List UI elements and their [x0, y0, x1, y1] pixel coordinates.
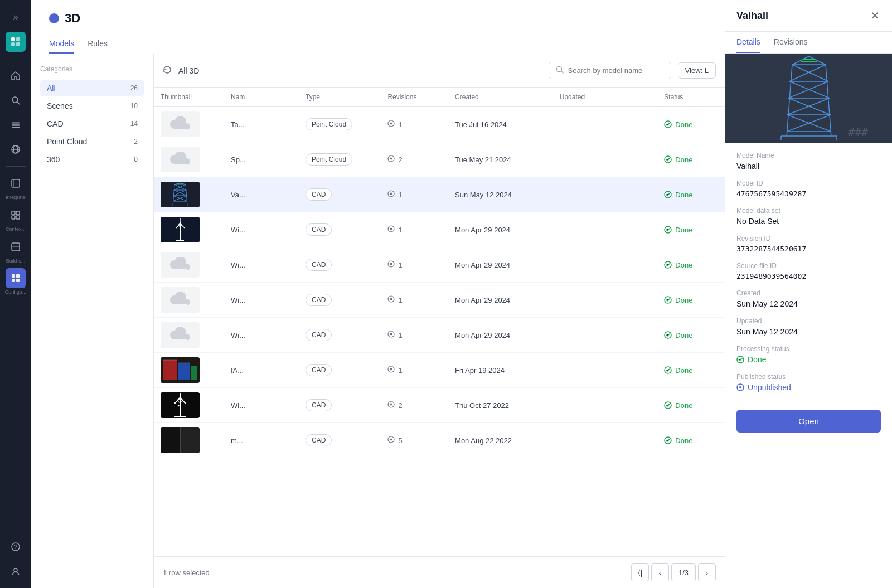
sidebar-icon-home[interactable]: [6, 66, 26, 86]
field-processing-status: Processing status Done: [736, 345, 881, 364]
cell-created: Tue May 21 2024: [448, 142, 553, 177]
detail-fields: Model Name Valhall Model ID 476756759543…: [725, 143, 892, 410]
type-badge: Point Cloud: [306, 153, 352, 166]
status-check-icon: [664, 436, 672, 444]
svg-point-33: [390, 158, 392, 160]
cell-revisions: 5: [381, 423, 448, 458]
table-row[interactable]: Va... CAD 1 Sun May 12 2024 Done: [154, 177, 725, 212]
table-row[interactable]: Ta... Point Cloud 1 Tue Jul 16 2024 Done: [154, 107, 725, 142]
status-indicator: Done: [664, 191, 718, 199]
processing-status-text: Done: [748, 355, 766, 364]
svg-point-52: [390, 193, 392, 195]
status-indicator: Done: [664, 120, 718, 129]
footer-selected-text: 1 row selected: [163, 568, 210, 577]
table-row[interactable]: Wi... CAD 1 Mon Apr 29 2024 Done: [154, 212, 725, 247]
cell-updated: [553, 388, 658, 423]
cell-thumbnail: [154, 247, 224, 283]
status-check-icon: [664, 296, 672, 304]
search-input[interactable]: [568, 66, 664, 75]
context-label: Contex...: [6, 226, 26, 232]
revision-count: 1: [398, 296, 402, 304]
category-item-pointcloud[interactable]: Point Cloud 2: [40, 133, 144, 150]
table-row[interactable]: Wi... CAD 1 Mon Apr 29 2024 Done: [154, 318, 725, 353]
svg-point-64: [390, 263, 392, 265]
type-badge: CAD: [306, 329, 332, 341]
open-button[interactable]: Open: [736, 410, 881, 433]
revision-count: 5: [398, 436, 402, 445]
svg-point-89: [390, 404, 392, 406]
field-created-label: Created: [736, 289, 881, 297]
detail-panel-close-button[interactable]: ✕: [869, 9, 881, 22]
pagination-next-button[interactable]: ›: [698, 563, 716, 581]
sidebar-icon-globe[interactable]: [6, 139, 26, 159]
table-header-row: Thumbnail Nam Type Revisions Created Upd…: [154, 88, 725, 107]
tab-models[interactable]: Models: [49, 35, 74, 54]
category-item-cad[interactable]: CAD 14: [40, 115, 144, 132]
sidebar-icon-context[interactable]: [6, 205, 26, 225]
tab-rules[interactable]: Rules: [88, 35, 108, 54]
svg-point-26: [14, 568, 17, 572]
cell-status: Done: [657, 142, 725, 177]
sidebar-icon-search[interactable]: [6, 90, 26, 110]
cell-created: Mon Apr 29 2024: [448, 212, 553, 247]
pagination-prev-button[interactable]: ‹: [651, 563, 669, 581]
field-model-dataset-label: Model data set: [736, 207, 881, 215]
table-row[interactable]: ✦ Wi... CAD 2 Thu Oct 27 2022 Done: [154, 388, 725, 423]
build-label: Build s...: [6, 258, 26, 264]
status-text: Done: [675, 155, 692, 164]
detail-tab-revisions[interactable]: Revisions: [774, 32, 808, 53]
cell-status: Done: [657, 318, 725, 353]
pagination-info: 1 / 3: [671, 563, 696, 581]
svg-rect-0: [11, 37, 15, 41]
revision-count: 2: [398, 401, 402, 410]
detail-panel: Valhall ✕ Details Revisions: [725, 0, 892, 588]
status-check-icon: [664, 226, 672, 234]
sidebar-icon-build[interactable]: [6, 237, 26, 257]
view-button[interactable]: View: L: [678, 62, 716, 79]
sidebar-expand-button[interactable]: »: [8, 7, 23, 27]
table-row[interactable]: m... CAD 5 Mon Aug 22 2022 Done: [154, 423, 725, 458]
cell-revisions: 1: [381, 247, 448, 283]
page-title-row: 3D: [49, 11, 707, 26]
models-area: All 3D View: L Thumbnai: [154, 54, 725, 588]
status-text: Done: [675, 191, 692, 199]
cell-type: CAD: [299, 423, 381, 458]
svg-rect-75: [191, 366, 197, 380]
table-row[interactable]: IA... CAD 1 Fri Apr 19 2024 Done: [154, 353, 725, 388]
sidebar-icon-user[interactable]: [6, 561, 26, 581]
field-model-dataset-value: No Data Set: [736, 217, 881, 226]
cell-revisions: 1: [381, 212, 448, 247]
table-row[interactable]: Wi... CAD 1 Mon Apr 29 2024 Done: [154, 283, 725, 318]
sidebar-icon-help[interactable]: ?: [6, 537, 26, 557]
sidebar-icon-integrate[interactable]: [6, 173, 26, 193]
table-row[interactable]: Wi... CAD 1 Mon Apr 29 2024 Done: [154, 247, 725, 283]
content-area: Categories All 26 Scenes 10 CAD 14 Point…: [31, 54, 725, 588]
status-indicator: Done: [664, 155, 718, 164]
field-source-file-id-label: Source file ID: [736, 262, 881, 270]
detail-tab-details[interactable]: Details: [736, 32, 760, 53]
sidebar-icon-app[interactable]: [6, 32, 26, 52]
pagination: ⟨| ‹ 1 / 3 ›: [631, 563, 716, 581]
cell-updated: [553, 353, 658, 388]
toolbar-refresh-icon: [163, 65, 172, 76]
category-item-scenes[interactable]: Scenes 10: [40, 98, 144, 114]
table-row[interactable]: Sp... Point Cloud 2 Tue May 21 2024 Done: [154, 142, 725, 177]
th-status: Status: [657, 88, 725, 107]
svg-rect-73: [163, 360, 177, 380]
cell-created: Mon Aug 22 2022: [448, 423, 553, 458]
categories-panel: Categories All 26 Scenes 10 CAD 14 Point…: [31, 54, 154, 588]
cell-name: Wi...: [224, 318, 299, 353]
cell-created: Tue Jul 16 2024: [448, 107, 553, 142]
cell-created: Mon Apr 29 2024: [448, 283, 553, 318]
category-item-360[interactable]: 360 0: [40, 151, 144, 168]
category-item-all[interactable]: All 26: [40, 80, 144, 96]
sidebar-icon-layers[interactable]: [6, 115, 26, 135]
status-text: Done: [675, 296, 692, 304]
cell-updated: [553, 107, 658, 142]
cell-status: Done: [657, 107, 725, 142]
detail-body: ### Model Name Valhall Model ID 47675675…: [725, 54, 892, 588]
sidebar-icon-config[interactable]: [6, 268, 26, 288]
svg-rect-17: [16, 216, 20, 219]
field-revision-id-value: 3732287544520617: [736, 245, 881, 253]
pagination-first-button[interactable]: ⟨|: [631, 563, 649, 581]
